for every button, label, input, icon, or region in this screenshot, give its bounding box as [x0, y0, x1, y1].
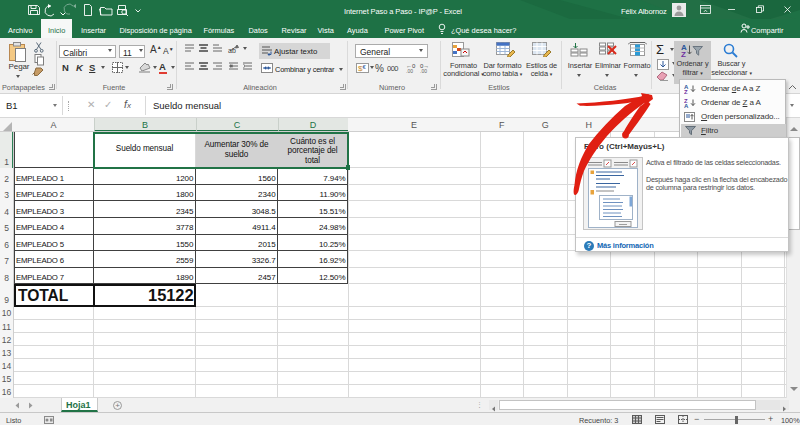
svg-text:Z: Z — [681, 50, 686, 57]
svg-text:A: A — [684, 103, 689, 108]
svg-text:Z: Z — [684, 89, 688, 94]
svg-text:%: % — [375, 63, 384, 74]
svg-text:000: 000 — [387, 64, 398, 73]
svg-text:ab: ab — [228, 47, 236, 54]
svg-text:.00: .00 — [406, 68, 413, 73]
svg-text:.00: .00 — [420, 68, 427, 73]
